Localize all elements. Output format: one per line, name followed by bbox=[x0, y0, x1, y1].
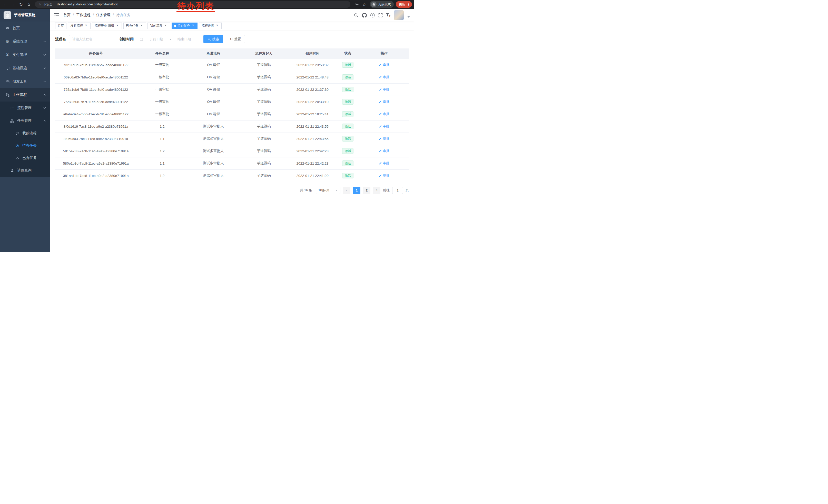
process-name-label: 流程名 bbox=[55, 37, 66, 42]
approve-button[interactable]: 审批 bbox=[379, 62, 389, 67]
sidebar-item-workflow[interactable]: 工作流程 bbox=[0, 88, 50, 101]
tab[interactable]: 流程详情 × bbox=[199, 22, 222, 29]
user-avatar[interactable] bbox=[394, 10, 404, 20]
tab[interactable]: 首页 bbox=[55, 22, 67, 29]
password-key-icon[interactable] bbox=[353, 1, 360, 8]
fullscreen-icon[interactable] bbox=[378, 13, 383, 17]
font-size-icon[interactable]: TT bbox=[386, 12, 391, 18]
sidebar-item-infrastructure[interactable]: 基础设施 bbox=[0, 61, 50, 75]
url-text[interactable]: dashboard.yudao.iocoder.cn/bpm/task/todo bbox=[57, 3, 118, 6]
goto-page-input[interactable] bbox=[392, 187, 403, 194]
sidebar-item-system[interactable]: ⚙ 系统管理 bbox=[0, 35, 50, 48]
status-badge: 激活 bbox=[342, 74, 354, 80]
tab[interactable]: 已办任务 × bbox=[123, 22, 146, 29]
starter-cell: 芋道源码 bbox=[239, 170, 289, 182]
sidebar-toggle-icon[interactable] bbox=[54, 13, 59, 17]
goto-label: 前往 bbox=[383, 188, 389, 192]
tab-label: 流程详情 bbox=[202, 24, 214, 28]
breadcrumb-item[interactable]: 工作流程 bbox=[76, 13, 96, 17]
navbar-actions: ? TT bbox=[354, 10, 410, 20]
status-badge: 激活 bbox=[342, 87, 354, 92]
github-icon[interactable] bbox=[362, 13, 367, 18]
action-cell: 审批 bbox=[359, 71, 409, 83]
status-cell: 激活 bbox=[336, 133, 359, 145]
prev-page-button[interactable]: ‹ bbox=[343, 187, 350, 194]
task-name-cell: 1.2 bbox=[136, 145, 188, 157]
approve-button[interactable]: 审批 bbox=[379, 112, 389, 117]
tab-close-icon[interactable]: × bbox=[191, 24, 195, 28]
top-navbar: 首页工作流程任务管理待办任务 ? TT bbox=[50, 9, 414, 21]
approve-button[interactable]: 审批 bbox=[379, 149, 389, 153]
help-icon[interactable]: ? bbox=[370, 13, 375, 17]
status-cell: 激活 bbox=[336, 96, 359, 108]
home-icon[interactable]: ⌂ bbox=[25, 1, 32, 8]
sidebar-item-home[interactable]: 首页 bbox=[0, 21, 50, 35]
tab-close-icon[interactable]: × bbox=[115, 24, 119, 28]
end-date-placeholder[interactable]: 结束日期 bbox=[173, 37, 196, 42]
start-date-placeholder[interactable]: 开始日期 bbox=[145, 37, 168, 42]
tab[interactable]: 流程表单-编辑 × bbox=[92, 22, 122, 29]
security-label[interactable]: 不安全 bbox=[43, 2, 52, 7]
table-row: 75d72608-7b7f-11ec-a3c8-acde48001122 一级审… bbox=[55, 96, 409, 108]
tab[interactable]: 待办任务 × bbox=[172, 22, 198, 29]
create-time-cell: 2022-01-22 20:33:10 bbox=[289, 96, 336, 108]
approve-button[interactable]: 审批 bbox=[379, 161, 389, 166]
tab-close-icon[interactable]: × bbox=[215, 24, 219, 28]
breadcrumb-item[interactable]: 首页 bbox=[64, 13, 76, 17]
update-label: 更新 bbox=[399, 2, 405, 7]
sidebar-item-my-process[interactable]: 我的流程 bbox=[0, 127, 50, 139]
sidebar-item-done-tasks[interactable]: 已办任务 bbox=[0, 152, 50, 164]
task-name-cell: 1.2 bbox=[136, 170, 188, 182]
reload-icon[interactable]: ↻ bbox=[17, 1, 25, 8]
tab-close-icon[interactable]: × bbox=[84, 24, 88, 28]
page-button-1[interactable]: 1 bbox=[353, 187, 360, 194]
tab-close-icon[interactable]: × bbox=[139, 24, 143, 28]
date-range-picker[interactable]: 开始日期 - 结束日期 bbox=[137, 35, 198, 43]
approve-button[interactable]: 审批 bbox=[379, 173, 389, 178]
bookmark-star-icon[interactable]: ☆ bbox=[361, 1, 368, 8]
forward-icon[interactable]: → bbox=[10, 1, 17, 8]
sidebar-item-process-management[interactable]: 流程管理 bbox=[0, 101, 50, 114]
sidebar-item-todo-tasks[interactable]: 待办任务 bbox=[0, 139, 50, 152]
reset-button-label: 重置 bbox=[234, 37, 241, 42]
approve-button[interactable]: 审批 bbox=[379, 136, 389, 141]
task-id-cell: 58154733-7ac8-11ec-a9e2-a2380e71991a bbox=[55, 145, 136, 157]
page-button-2[interactable]: 2 bbox=[363, 187, 370, 194]
back-icon[interactable]: ← bbox=[2, 1, 9, 8]
sidebar-item-dev-tools[interactable]: 研发工具 bbox=[0, 75, 50, 88]
breadcrumb-item[interactable]: 任务管理 bbox=[96, 13, 116, 17]
process-name-input[interactable] bbox=[69, 35, 115, 43]
column-header: 所属流程 bbox=[188, 48, 239, 59]
caret-down-icon[interactable] bbox=[407, 16, 410, 18]
approve-label: 审批 bbox=[383, 62, 389, 67]
search-icon[interactable] bbox=[354, 13, 358, 17]
browser-menu-icon[interactable]: ⋮ bbox=[407, 2, 410, 6]
tab-close-icon[interactable]: × bbox=[164, 24, 167, 28]
update-button[interactable]: 更新 ⋮ bbox=[396, 1, 412, 8]
reset-button[interactable]: ↻ 重置 bbox=[226, 35, 245, 43]
column-header: 任务名称 bbox=[136, 48, 188, 59]
app-logo[interactable]: 芋道管理系统 bbox=[0, 9, 50, 21]
address-bar[interactable]: ⚠ 不安全 dashboard.yudao.iocoder.cn/bpm/tas… bbox=[35, 1, 350, 8]
page-size-select[interactable]: 10条/页 bbox=[316, 187, 340, 194]
approve-label: 审批 bbox=[383, 161, 389, 166]
next-page-button[interactable]: › bbox=[373, 187, 380, 194]
sidebar-item-label: 流程管理 bbox=[17, 106, 32, 110]
search-button[interactable]: 搜索 bbox=[203, 35, 223, 43]
approve-button[interactable]: 审批 bbox=[379, 75, 389, 80]
yen-icon: ¥ bbox=[5, 53, 10, 57]
approve-button[interactable]: 审批 bbox=[379, 87, 389, 92]
approve-button[interactable]: 审批 bbox=[379, 99, 389, 104]
sidebar-item-label: 请假查询 bbox=[17, 168, 32, 173]
sidebar-item-leave-query[interactable]: 请假查询 bbox=[0, 164, 50, 177]
breadcrumb-item[interactable]: 待办任务 bbox=[116, 13, 131, 17]
tab[interactable]: 我的流程 × bbox=[148, 22, 170, 29]
sidebar-item-task-management[interactable]: 任务管理 bbox=[0, 114, 50, 127]
approve-button[interactable]: 审批 bbox=[379, 124, 389, 129]
sidebar-item-payment[interactable]: ¥ 支付管理 bbox=[0, 48, 50, 61]
create-time-label: 创建时间 bbox=[119, 37, 134, 42]
incognito-badge[interactable]: 无痕模式 bbox=[370, 1, 394, 8]
status-cell: 激活 bbox=[336, 157, 359, 170]
total-count-label: 共 16 条 bbox=[300, 188, 312, 192]
tab[interactable]: 发起流程 × bbox=[68, 22, 90, 29]
